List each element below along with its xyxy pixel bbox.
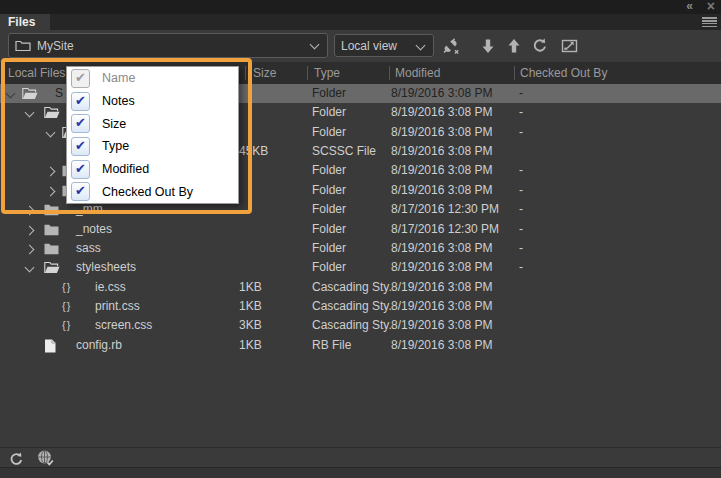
file-activity-log-button[interactable] [35, 448, 57, 468]
file-size: 1KB [239, 297, 262, 316]
file-type: Folder [312, 103, 392, 122]
column-menu-label: Notes [102, 94, 135, 108]
folder-icon [44, 223, 60, 237]
checkbox-checked-icon[interactable]: ✔ [71, 92, 90, 111]
file-row[interactable]: {}ie.css1KBCascading Sty...8/19/2016 3:0… [0, 278, 721, 297]
file-name: ie.css [95, 278, 126, 297]
plug-x-icon [441, 37, 461, 56]
file-row[interactable]: {}print.css1KBCascading Sty...8/19/2016 … [0, 297, 721, 316]
expand-panel-button[interactable] [558, 35, 580, 57]
files-toolbar: MySite Local view [0, 30, 721, 62]
column-menu-item-notes[interactable]: ✔Notes [67, 90, 238, 113]
file-type: Folder [312, 161, 392, 180]
file-modified: 8/19/2016 3:08 PM [391, 142, 492, 161]
folder-open-icon [22, 87, 38, 101]
panel-menu-icon[interactable] [702, 17, 717, 28]
file-checked-out-by: - [519, 258, 523, 277]
file-type: Folder [312, 239, 392, 258]
globe-check-icon [36, 449, 56, 468]
file-row[interactable]: {}screen.css3KBCascading Sty...8/19/2016… [0, 316, 721, 335]
chevron-right-icon[interactable] [46, 187, 56, 197]
file-row[interactable]: sassFolder8/19/2016 3:08 PM- [0, 239, 721, 258]
column-divider [514, 66, 515, 80]
css-file-icon: {} [62, 316, 71, 335]
upload-arrow-icon [505, 37, 523, 55]
file-row[interactable]: stylesheetsFolder8/19/2016 3:08 PM- [0, 258, 721, 277]
file-type: Cascading Sty... [312, 316, 392, 335]
file-icon [44, 339, 60, 353]
column-header-type[interactable]: Type [314, 62, 340, 84]
status-strip [0, 467, 721, 478]
column-header-modified[interactable]: Modified [395, 62, 440, 84]
file-type: Folder [312, 84, 392, 103]
file-modified: 8/17/2016 12:30 PM [391, 200, 499, 219]
file-checked-out-by: - [519, 84, 523, 103]
chevron-right-icon[interactable] [46, 167, 56, 177]
chevron-right-icon[interactable] [25, 226, 35, 236]
file-type: Cascading Sty... [312, 278, 392, 297]
file-modified: 8/19/2016 3:08 PM [391, 258, 492, 277]
file-name: _notes [76, 220, 112, 239]
folder-icon [15, 39, 31, 52]
tab-files[interactable]: Files [0, 14, 50, 30]
file-modified: 8/19/2016 3:08 PM [391, 336, 492, 355]
file-modified: 8/19/2016 3:08 PM [391, 181, 492, 200]
css-file-icon: {} [62, 278, 71, 297]
file-checked-out-by: - [519, 220, 523, 239]
file-modified: 8/19/2016 3:08 PM [391, 103, 492, 122]
checkbox-checked-icon[interactable]: ✔ [71, 137, 90, 156]
column-header-local-files[interactable]: Local Files [8, 62, 65, 84]
checkbox-checked-icon[interactable]: ✔ [71, 69, 90, 88]
put-files-button[interactable] [503, 35, 525, 57]
close-icon[interactable]: × [707, 0, 715, 14]
view-select[interactable]: Local view [334, 34, 434, 57]
chevron-down-icon[interactable] [46, 128, 56, 138]
file-type: Folder [312, 123, 392, 142]
column-divider [307, 66, 308, 80]
checkbox-checked-icon[interactable]: ✔ [71, 160, 90, 179]
file-type: SCSSC File [312, 142, 392, 161]
checkbox-checked-icon[interactable]: ✔ [71, 182, 90, 201]
folder-icon [44, 203, 60, 217]
file-name: config.rb [76, 336, 122, 355]
expand-icon [560, 37, 579, 55]
file-name: stylesheets [76, 258, 136, 277]
column-menu-item-size[interactable]: ✔Size [67, 112, 238, 135]
file-type: Folder [312, 200, 392, 219]
refresh-button[interactable] [529, 35, 551, 57]
column-menu-item-type[interactable]: ✔Type [67, 135, 238, 158]
chevron-down-icon [416, 41, 426, 51]
column-menu-item-checked-out-by[interactable]: ✔Checked Out By [67, 180, 238, 203]
files-panel: « × Files MySite Local view [0, 0, 721, 478]
file-type: Folder [312, 181, 392, 200]
file-type: Cascading Sty... [312, 297, 392, 316]
site-select[interactable]: MySite [8, 33, 328, 58]
file-row[interactable]: _notesFolder8/17/2016 12:30 PM- [0, 220, 721, 239]
file-checked-out-by: - [519, 103, 523, 122]
chevron-down-icon[interactable] [25, 108, 35, 118]
column-header-size[interactable]: Size [253, 62, 276, 84]
download-arrow-icon [479, 37, 497, 55]
chevron-down-icon[interactable] [25, 263, 35, 273]
file-size: 3KB [239, 316, 262, 335]
column-menu-item-modified[interactable]: ✔Modified [67, 158, 238, 181]
chevron-right-icon[interactable] [25, 206, 35, 216]
view-select-value: Local view [341, 39, 397, 53]
refresh-status-button[interactable] [6, 450, 26, 468]
checkbox-checked-icon[interactable]: ✔ [71, 114, 90, 133]
file-type: Folder [312, 220, 392, 239]
collapse-panel-icon[interactable]: « [686, 0, 693, 13]
chevron-down-icon[interactable] [6, 89, 16, 99]
file-name: print.css [95, 297, 140, 316]
chevron-right-icon[interactable] [25, 245, 35, 255]
refresh-icon [531, 37, 549, 55]
file-row[interactable]: config.rb1KBRB File8/19/2016 3:08 PM [0, 336, 721, 355]
column-header-checked-out-by[interactable]: Checked Out By [520, 62, 607, 84]
get-files-button[interactable] [477, 35, 499, 57]
column-menu-label: Size [102, 117, 126, 131]
connect-remote-server-button[interactable] [440, 35, 462, 57]
folder-open-icon [44, 106, 60, 120]
panel-titlebar: « × [0, 0, 721, 14]
column-menu-item-name[interactable]: ✔Name [67, 67, 238, 90]
file-checked-out-by: - [519, 239, 523, 258]
